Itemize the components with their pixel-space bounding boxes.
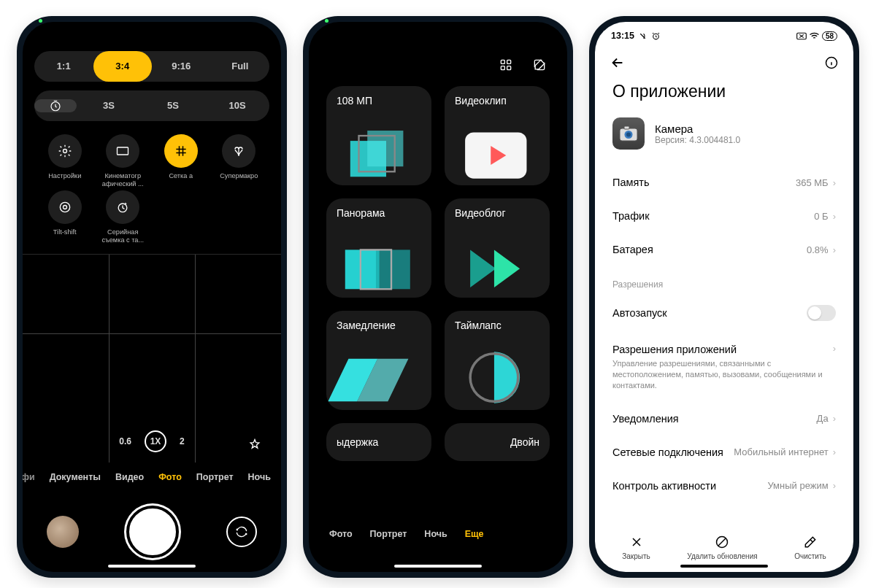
action-close[interactable]: Закрыть bbox=[622, 535, 650, 560]
tile-videoclip[interactable]: Видеоклип bbox=[445, 86, 550, 185]
mode-photo[interactable]: Фото bbox=[329, 529, 353, 539]
svg-point-23 bbox=[626, 133, 631, 137]
phone-app-info: 13:15 58 О приложении Камера Версия: 4.3… bbox=[589, 16, 859, 578]
header bbox=[595, 45, 853, 80]
info-icon[interactable] bbox=[824, 55, 839, 70]
edit-icon[interactable] bbox=[532, 58, 547, 72]
row-notifications[interactable]: УведомленияДа› bbox=[595, 402, 853, 436]
tile-panorama[interactable]: Панорама bbox=[326, 198, 431, 298]
mode-night[interactable]: Ночь bbox=[248, 472, 271, 482]
opt-grid[interactable]: Сетка a bbox=[152, 134, 210, 187]
opt-cinematic[interactable]: Кинематогр афический ... bbox=[94, 134, 153, 187]
svg-rect-14 bbox=[345, 249, 380, 289]
tile-dual[interactable]: Двойн bbox=[445, 423, 550, 461]
back-icon[interactable] bbox=[610, 55, 626, 71]
mode-portrait[interactable]: Портрет bbox=[196, 472, 234, 482]
ratio-9-16[interactable]: 9:16 bbox=[152, 51, 211, 82]
camera-swap-button[interactable] bbox=[226, 517, 257, 547]
svg-point-3 bbox=[60, 202, 69, 212]
battery-icon: 58 bbox=[822, 31, 837, 41]
svg-rect-24 bbox=[624, 126, 629, 129]
mode-grid: 108 МП Видеоклип Панорама Видеоблог Заме… bbox=[309, 86, 567, 519]
mode-pro[interactable]: зфи bbox=[23, 472, 35, 482]
svg-rect-6 bbox=[501, 60, 504, 63]
row-activity[interactable]: Контроль активностиУмный режим› bbox=[595, 469, 853, 503]
ratio-1-1[interactable]: 1:1 bbox=[34, 51, 93, 82]
svg-rect-15 bbox=[376, 249, 410, 289]
action-uninstall-updates[interactable]: Удалить обновления bbox=[687, 535, 757, 560]
zoom-0-6[interactable]: 0.6 bbox=[119, 436, 131, 446]
svg-rect-2 bbox=[118, 147, 128, 155]
zoom-2[interactable]: 2 bbox=[180, 436, 185, 446]
bottom-actions: Закрыть Удалить обновления Очистить bbox=[595, 535, 853, 560]
ratio-3-4[interactable]: 3:4 bbox=[93, 51, 153, 82]
alarm-icon bbox=[651, 31, 661, 41]
app-icon bbox=[612, 117, 645, 150]
more-toolbar bbox=[309, 44, 567, 86]
mode-more[interactable]: Еще bbox=[465, 529, 484, 539]
mode-documents[interactable]: Документы bbox=[50, 472, 101, 482]
action-clear[interactable]: Очистить bbox=[794, 535, 826, 560]
mode-strip[interactable]: зфи Документы Видео Фото Портрет Ночь Ещ… bbox=[23, 463, 281, 492]
timer-selector: 3S 5S 10S bbox=[34, 90, 269, 121]
timer-10s[interactable]: 10S bbox=[205, 90, 269, 121]
tile-108mp[interactable]: 108 МП bbox=[326, 86, 431, 185]
status-time: 13:15 bbox=[611, 31, 634, 41]
zoom-1x[interactable]: 1X bbox=[145, 430, 166, 452]
mode-photo[interactable]: Фото bbox=[158, 472, 182, 482]
shutter-button[interactable] bbox=[126, 506, 179, 558]
mode-video[interactable]: Видео bbox=[115, 472, 144, 482]
opt-macro[interactable]: Супермакро bbox=[210, 134, 269, 187]
autostart-toggle[interactable] bbox=[807, 305, 836, 321]
ratio-full[interactable]: Full bbox=[211, 51, 270, 82]
svg-rect-9 bbox=[507, 66, 511, 70]
zoom-selector: 0.6 1X 2 bbox=[23, 430, 281, 452]
app-name: Камера bbox=[655, 123, 740, 135]
dnd-icon bbox=[796, 32, 807, 40]
mute-icon bbox=[638, 31, 648, 41]
svg-point-4 bbox=[63, 206, 66, 209]
status-bar: 13:15 58 bbox=[595, 26, 853, 45]
timer-icon[interactable] bbox=[34, 99, 77, 112]
opt-burst[interactable]: Серийная съемка с та... bbox=[94, 190, 153, 244]
row-network[interactable]: Сетевые подключенияМобильный интернет› bbox=[595, 436, 853, 469]
phone-camera-main: 1:1 3:4 9:16 Full 3S 5S 10S Настройки Ки… bbox=[17, 16, 287, 578]
opt-settings[interactable]: Настройки bbox=[36, 134, 94, 187]
timer-5s[interactable]: 5S bbox=[141, 90, 205, 121]
section-permissions: Разрешения bbox=[595, 266, 853, 294]
tile-vlog[interactable]: Видеоблог bbox=[445, 198, 550, 298]
gallery-thumbnail[interactable] bbox=[47, 516, 79, 548]
page-title: О приложении bbox=[595, 80, 853, 115]
svg-rect-8 bbox=[501, 66, 504, 70]
quick-options: Настройки Кинематогр афический ... Сетка… bbox=[36, 134, 268, 244]
row-app-permissions[interactable]: Разрешения приложенийУправление разрешен… bbox=[595, 332, 853, 402]
row-autostart[interactable]: Автозапуск bbox=[595, 294, 853, 332]
tile-slowmo[interactable]: Замедление bbox=[326, 311, 431, 410]
mode-strip[interactable]: Фото Портрет Ночь Еще bbox=[309, 519, 567, 549]
opt-tiltshift[interactable]: Tilt-shift bbox=[36, 190, 94, 244]
row-battery[interactable]: Батарея0.8%› bbox=[595, 233, 853, 266]
layout-icon[interactable] bbox=[499, 58, 513, 72]
tile-timelapse[interactable]: Таймлапс bbox=[445, 311, 550, 410]
filters-icon[interactable] bbox=[247, 438, 262, 452]
row-memory[interactable]: Память365 МБ› bbox=[595, 166, 853, 199]
mode-night[interactable]: Ночь bbox=[424, 529, 447, 539]
svg-point-1 bbox=[63, 150, 66, 153]
shutter-row bbox=[23, 492, 281, 572]
phone-camera-more: 108 МП Видеоклип Панорама Видеоблог Заме… bbox=[303, 16, 573, 578]
row-traffic[interactable]: Трафик0 Б› bbox=[595, 199, 853, 233]
svg-rect-7 bbox=[507, 60, 511, 63]
app-version: Версия: 4.3.004481.0 bbox=[655, 135, 740, 145]
wifi-icon bbox=[809, 31, 820, 40]
tile-exposure[interactable]: ыдержка bbox=[326, 423, 431, 461]
timer-3s[interactable]: 3S bbox=[77, 90, 141, 121]
app-header: Камера Версия: 4.3.004481.0 bbox=[595, 115, 853, 166]
viewfinder[interactable]: 0.6 1X 2 bbox=[23, 254, 281, 463]
aspect-ratio-selector: 1:1 3:4 9:16 Full bbox=[34, 51, 269, 82]
mode-portrait[interactable]: Портрет bbox=[370, 529, 407, 539]
